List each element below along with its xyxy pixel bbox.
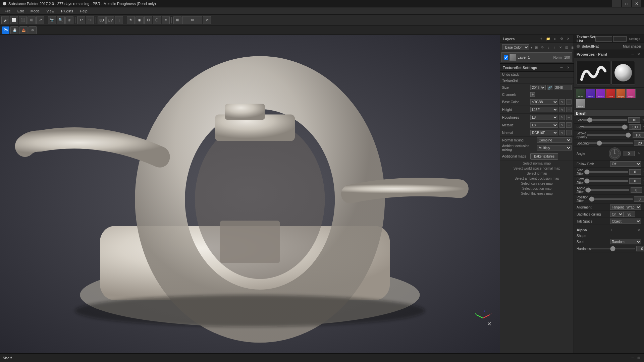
layer-icon3[interactable]: ↓ — [546, 45, 551, 50]
brush-angle-value[interactable] — [623, 151, 635, 156]
tool-split[interactable]: | — [115, 16, 123, 24]
brush-stroke-opacity-value[interactable] — [633, 132, 644, 138]
brush-flow-value[interactable] — [629, 124, 641, 130]
brush-hardness-slider[interactable] — [591, 248, 635, 249]
tool-uv[interactable]: UV — [106, 16, 114, 24]
tool-grid[interactable]: # — [65, 16, 73, 24]
tsl-settings-btn[interactable]: Settings — [628, 36, 641, 42]
ch-thumb-height[interactable]: height — [616, 89, 626, 98]
ch-thumb-rough[interactable]: rough — [626, 89, 636, 98]
ts-size-select[interactable]: 204810244096 — [530, 85, 546, 90]
menu-help[interactable]: Help — [76, 8, 91, 14]
menu-file[interactable]: File — [1, 8, 14, 14]
layer-icon5[interactable]: ✕ — [558, 45, 563, 50]
brush-flow-edit-btn[interactable]: ✎ — [642, 125, 644, 129]
settings-btn2[interactable]: ⚙ — [29, 26, 37, 34]
brush-sphere-preview[interactable] — [611, 61, 635, 84]
ch-thumb-stencil[interactable]: stencil — [596, 89, 605, 98]
select-position-btn[interactable]: Select position map — [500, 186, 574, 191]
brush-position-jitter-slider[interactable] — [589, 198, 633, 200]
save-btn[interactable]: 💾 — [10, 26, 18, 34]
tool-fill[interactable]: ⬛ — [19, 16, 27, 24]
ts-minimize-btn[interactable]: ─ — [559, 65, 564, 70]
angle-dial[interactable] — [609, 147, 621, 160]
minimize-button[interactable]: ─ — [612, 0, 621, 7]
ch-thumb-brush[interactable]: brush — [576, 89, 585, 98]
brush-flow-jitter-edit-btn[interactable]: ✎ — [642, 179, 644, 183]
menu-edit[interactable]: Edit — [14, 8, 27, 14]
ts-close-btn[interactable]: ✕ — [566, 65, 571, 70]
close-button[interactable]: ✕ — [632, 0, 641, 7]
bake-textures-btn[interactable]: Bake textures — [530, 153, 558, 160]
alpha-add-btn[interactable]: + — [609, 227, 614, 233]
ch-thumb-color[interactable]: color — [606, 89, 615, 98]
tool-wire[interactable]: ⊡ — [144, 16, 152, 24]
ts-basecolor-select[interactable]: sRGB8L8RGB16F — [530, 99, 558, 105]
ch-thumb-alpha[interactable]: alpha — [586, 89, 595, 98]
maximize-button[interactable]: □ — [622, 0, 631, 7]
tsl-filter[interactable] — [613, 36, 627, 42]
ts-normal-edit-btn[interactable]: ✎ — [559, 130, 565, 135]
ts-height-select[interactable]: L16FL8RGB16F — [530, 107, 558, 112]
tool-opacity[interactable]: ⊘ — [203, 16, 211, 24]
ts-basecolor-edit-btn[interactable]: ✎ — [559, 99, 565, 105]
brush-section-header[interactable]: Brush — [574, 110, 644, 117]
brush-angle-jitter-value[interactable] — [631, 187, 642, 193]
brush-backface-value[interactable]: 90 — [624, 212, 635, 217]
tool-zoom[interactable]: 🔍 — [57, 16, 65, 24]
layers-close-btn[interactable]: ✕ — [566, 36, 571, 42]
ts-basecolor-remove-btn[interactable]: ─ — [566, 99, 572, 105]
ts-roughness-remove-btn[interactable]: ─ — [566, 115, 572, 120]
ts-channels-add-btn[interactable]: + — [530, 92, 535, 97]
select-curvature-btn[interactable]: Select curvature map — [500, 181, 574, 186]
ts-height-edit-btn[interactable]: ✎ — [559, 107, 565, 112]
tool-layers[interactable]: ⊞ — [173, 16, 181, 24]
tool-select[interactable]: ⊞ — [28, 16, 36, 24]
brush-hardness-value[interactable] — [636, 246, 644, 251]
export-btn[interactable]: 📤 — [19, 26, 28, 34]
layer-channel-select[interactable]: Base Color Height Roughness Metallic — [502, 44, 529, 50]
layer-icon1[interactable]: ⊞ — [534, 45, 539, 50]
layer-visibility-toggle[interactable] — [504, 55, 508, 60]
tsl-search[interactable] — [595, 36, 612, 42]
tool-3d[interactable]: 3D — [98, 16, 106, 24]
brush-spacing-slider[interactable] — [589, 142, 633, 144]
brush-angle-edit-btn[interactable]: ✎ — [637, 151, 641, 156]
ts-normal-remove-btn[interactable]: ─ — [566, 130, 572, 135]
brush-seed-select[interactable]: RandomFixed — [610, 239, 641, 244]
viewport[interactable]: Material — [0, 35, 500, 353]
ch-thumb-metal[interactable]: metal — [576, 99, 585, 108]
layers-settings-btn[interactable]: ⚙ — [559, 36, 564, 42]
brush-space-select[interactable]: ObjectWorldScreen — [610, 219, 641, 224]
layer-icon2[interactable]: ⟳ — [540, 45, 545, 50]
menu-plugins[interactable]: Plugins — [58, 8, 76, 14]
select-id-btn[interactable]: Select id map — [500, 171, 574, 176]
brush-spacing-value[interactable] — [634, 140, 644, 146]
tool-redo[interactable]: ↪ — [86, 16, 94, 24]
prop-close-btn[interactable]: ✕ — [636, 52, 641, 57]
brush-stroke-opacity-slider[interactable] — [587, 134, 631, 136]
layer-icon4[interactable]: ↑ — [552, 45, 557, 50]
select-world-normal-btn[interactable]: Select world space normal map — [500, 166, 574, 171]
brush-size-jitter-edit-btn[interactable]: ✎ — [642, 170, 644, 174]
tool-smudge[interactable]: ↗ — [36, 16, 44, 24]
tool-size[interactable]: 10 — [182, 16, 202, 24]
textureset-list-item[interactable]: defaultHat Main shader — [574, 43, 644, 50]
brush-size-value[interactable]: 10 — [628, 117, 640, 123]
tool-mat[interactable]: ◉ — [136, 16, 144, 24]
brush-flow-slider[interactable] — [584, 126, 628, 128]
brush-size-edit-btn[interactable]: ✎ — [641, 118, 644, 122]
shelf-settings-btn[interactable]: ⊞ — [636, 355, 641, 361]
select-thickness-btn[interactable]: Select thickness map — [500, 191, 574, 196]
brush-size-jitter-slider[interactable] — [584, 171, 628, 173]
ts-metallic-edit-btn[interactable]: ✎ — [559, 122, 565, 128]
tool-extra2[interactable]: ≡ — [162, 16, 170, 24]
brush-size-slider[interactable] — [583, 119, 627, 121]
layers-folder-btn[interactable]: 📁 — [545, 36, 551, 42]
layer-channel-add[interactable]: ▾ — [531, 45, 532, 50]
tool-undo[interactable]: ↩ — [77, 16, 85, 24]
brush-backface-select[interactable]: OnOff — [610, 212, 624, 217]
ts-ao-mix-select[interactable]: MultiplyAdd — [537, 145, 572, 150]
brush-position-jitter-value[interactable] — [634, 196, 644, 202]
select-ao-btn[interactable]: Select ambient occlusion map — [500, 176, 574, 181]
